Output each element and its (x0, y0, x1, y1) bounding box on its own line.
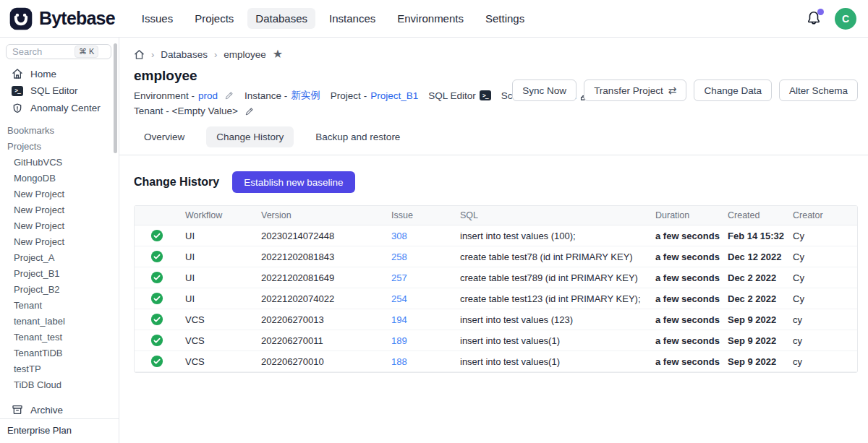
action-button[interactable]: Alter Schema (779, 79, 858, 101)
sidebar-project-item[interactable]: MongoDB (0, 170, 119, 186)
table-header-cell: Created (722, 210, 787, 220)
breadcrumb-employee[interactable]: employee (224, 49, 266, 60)
status-cell (135, 229, 179, 242)
table-row[interactable]: UI 20221202074022 254 create table test1… (135, 288, 857, 309)
sidebar-project-item[interactable]: TiDB Cloud (0, 377, 119, 392)
sidebar-project-item[interactable]: tenant_label (0, 313, 119, 329)
sidebar-project-item[interactable]: testTP (0, 361, 119, 377)
table-header-cell: SQL (454, 210, 650, 220)
search-input[interactable] (12, 46, 72, 57)
sidebar-scrollbar[interactable] (114, 43, 117, 153)
success-check-icon (150, 334, 163, 347)
sidebar-project-item[interactable]: Project_A (0, 249, 119, 265)
table-row[interactable]: UI 20221202081649 257 create table test7… (135, 267, 857, 288)
edit-pencil-icon[interactable] (244, 106, 255, 116)
sidebar-project-item[interactable]: New Project (0, 202, 119, 218)
success-check-icon (150, 313, 163, 326)
bookmarks-section-label: Bookmarks (0, 122, 119, 138)
sidebar-project-item[interactable]: Project_B2 (0, 281, 119, 297)
enterprise-plan-link[interactable]: Enterprise Plan (0, 419, 119, 443)
top-header: Bytebase Issues Projects Databases Insta… (0, 0, 868, 38)
header-right: C (806, 8, 856, 30)
status-cell (135, 250, 179, 263)
created-cell: Dec 2 2022 (722, 272, 787, 283)
issue-link[interactable]: 189 (391, 335, 407, 346)
nav-item[interactable]: Databases (247, 8, 315, 29)
sql-editor-shortcut[interactable]: SQL Editor >_ (428, 90, 491, 101)
success-check-icon (150, 355, 163, 368)
status-cell (135, 334, 179, 347)
table-row[interactable]: VCS 202206270010 188 insert into test va… (135, 351, 857, 372)
tenant-meta: Tenant - <Empty Value> (134, 106, 255, 116)
notifications-button[interactable] (806, 10, 823, 27)
tab[interactable]: Change History (206, 126, 294, 147)
primary-nav: Issues Projects Databases Instances Envi… (134, 8, 532, 29)
sidebar-project-item[interactable]: New Project (0, 186, 119, 202)
created-cell: Sep 9 2022 (722, 314, 787, 325)
issue-link[interactable]: 254 (391, 293, 407, 304)
issue-link[interactable]: 188 (391, 356, 407, 367)
sidebar-project-item[interactable]: New Project (0, 218, 119, 233)
nav-item[interactable]: Issues (134, 8, 181, 29)
table-row[interactable]: VCS 202206270011 189 insert into test va… (135, 330, 857, 351)
created-cell: Sep 9 2022 (722, 356, 787, 367)
issue-link[interactable]: 258 (391, 251, 407, 262)
sidebar-item-label: Anomaly Center (30, 103, 101, 113)
issue-link[interactable]: 257 (391, 272, 407, 283)
breadcrumb-separator: › (151, 49, 154, 60)
meta-line-2: Tenant - <Empty Value> (134, 106, 858, 116)
sidebar-project-item[interactable]: GitHubVCS (0, 154, 119, 170)
nav-item[interactable]: Instances (321, 8, 383, 29)
project-link[interactable]: Project_B1 (370, 90, 418, 101)
bytebase-logo-icon (9, 7, 33, 31)
duration-cell: a few seconds (650, 251, 722, 262)
creator-cell: cy (787, 356, 857, 367)
sidebar-project-item[interactable]: Tenant_test (0, 329, 119, 345)
change-history-section-head: Change History Establish new baseline (134, 171, 858, 193)
workflow-cell: UI (179, 272, 255, 283)
tab[interactable]: Backup and restore (305, 126, 410, 147)
sidebar-item-anomaly-center[interactable]: Anomaly Center (0, 100, 119, 117)
sidebar-project-item[interactable]: TenantTiDB (0, 345, 119, 361)
search-box[interactable]: ⌘ K (6, 44, 111, 59)
issue-link[interactable]: 194 (391, 314, 407, 325)
table-row[interactable]: UI 20230214072448 308 insert into test v… (135, 225, 857, 246)
environment-link[interactable]: prod (198, 90, 218, 101)
sql-cell: insert into test values(1) (454, 356, 650, 367)
action-button[interactable]: Transfer Project ⇄ (584, 79, 686, 101)
breadcrumb-databases[interactable]: Databases (161, 49, 208, 60)
action-button[interactable]: Change Data (694, 79, 772, 101)
breadcrumb: › Databases › employee ★ (134, 46, 858, 62)
action-button[interactable]: Sync Now (512, 79, 576, 101)
favorite-star-icon[interactable]: ★ (273, 48, 283, 60)
table-header-cell: Workflow (179, 210, 255, 220)
table-row[interactable]: UI 20221202081843 258 create table test7… (135, 246, 857, 267)
establish-baseline-button[interactable]: Establish new baseline (232, 171, 354, 193)
avatar[interactable]: C (835, 8, 856, 30)
created-cell: Sep 9 2022 (722, 335, 787, 346)
sidebar-footer: Enterprise Plan (0, 418, 119, 443)
brand[interactable]: Bytebase (9, 7, 115, 31)
sidebar-item-archive[interactable]: Archive (0, 401, 119, 418)
sidebar-item-home[interactable]: Home (0, 65, 119, 82)
workflow-cell: UI (179, 251, 255, 262)
home-icon[interactable] (134, 49, 145, 60)
success-check-icon (150, 292, 163, 305)
table-row[interactable]: VCS 202206270013 194 insert into test va… (135, 309, 857, 330)
sidebar-project-item[interactable]: New Project (0, 233, 119, 249)
tab[interactable]: Overview (134, 126, 195, 147)
sidebar-project-item[interactable]: Tenant (0, 297, 119, 313)
edit-pencil-icon[interactable] (224, 90, 234, 100)
nav-item[interactable]: Environments (389, 8, 472, 29)
sidebar: ⌘ K Home >_ SQL Editor Anomaly Center Bo… (0, 38, 119, 443)
creator-cell: Cy (787, 231, 857, 241)
table-header-row: Workflow Version Issue SQL Duration Crea… (135, 206, 857, 225)
sidebar-item-sql-editor[interactable]: >_ SQL Editor (0, 82, 119, 100)
instance-link[interactable]: 新实例 (291, 89, 320, 102)
environment-meta: Environment - prod (134, 90, 234, 101)
issue-link[interactable]: 308 (391, 231, 407, 241)
nav-item[interactable]: Projects (187, 8, 242, 29)
nav-item[interactable]: Settings (477, 8, 532, 29)
sidebar-project-item[interactable]: Project_B1 (0, 265, 119, 281)
brand-name: Bytebase (39, 8, 115, 29)
